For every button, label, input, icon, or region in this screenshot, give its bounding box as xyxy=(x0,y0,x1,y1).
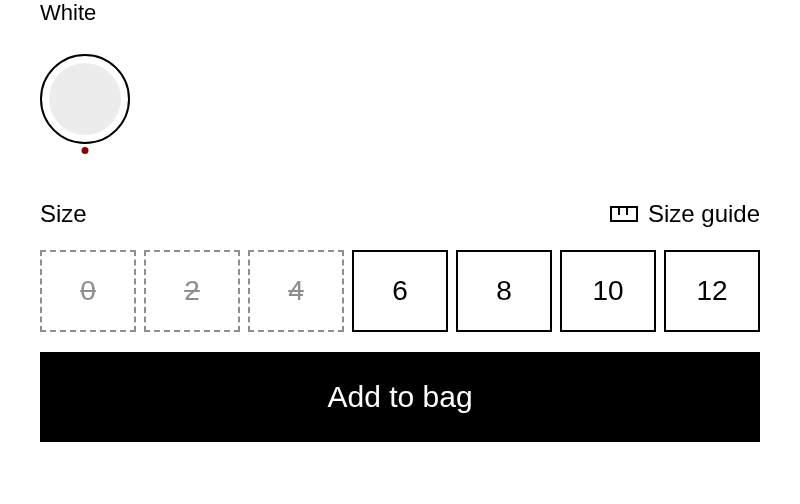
color-label: White xyxy=(40,0,760,26)
color-swatch-fill xyxy=(49,63,121,135)
ruler-icon xyxy=(610,206,638,222)
size-label: Size xyxy=(40,200,87,228)
size-option-12[interactable]: 12 xyxy=(664,250,760,332)
color-swatch-white[interactable] xyxy=(40,54,130,144)
size-option-2: 2 xyxy=(144,250,240,332)
swatch-indicator-dot xyxy=(82,147,89,154)
size-guide-label: Size guide xyxy=(648,200,760,228)
size-guide-button[interactable]: Size guide xyxy=(610,200,760,228)
size-option-4: 4 xyxy=(248,250,344,332)
size-option-10[interactable]: 10 xyxy=(560,250,656,332)
add-to-bag-button[interactable]: Add to bag xyxy=(40,352,760,442)
size-options: 024681012 xyxy=(40,250,760,332)
size-header: Size Size guide xyxy=(40,200,760,228)
size-option-8[interactable]: 8 xyxy=(456,250,552,332)
size-option-6[interactable]: 6 xyxy=(352,250,448,332)
color-swatch-container xyxy=(40,54,130,144)
size-option-0: 0 xyxy=(40,250,136,332)
